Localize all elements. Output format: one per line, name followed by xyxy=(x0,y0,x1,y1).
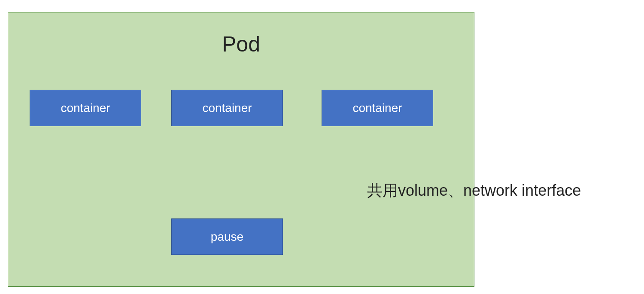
pod-box: Pod container container container pause xyxy=(8,12,474,287)
container-box-1: container xyxy=(30,90,141,126)
pause-box: pause xyxy=(171,218,283,255)
pod-title: Pod xyxy=(8,32,474,57)
container-box-3: container xyxy=(322,90,433,126)
container-box-2: container xyxy=(171,90,283,126)
shared-resources-caption: 共用volume、network interface xyxy=(367,180,581,201)
